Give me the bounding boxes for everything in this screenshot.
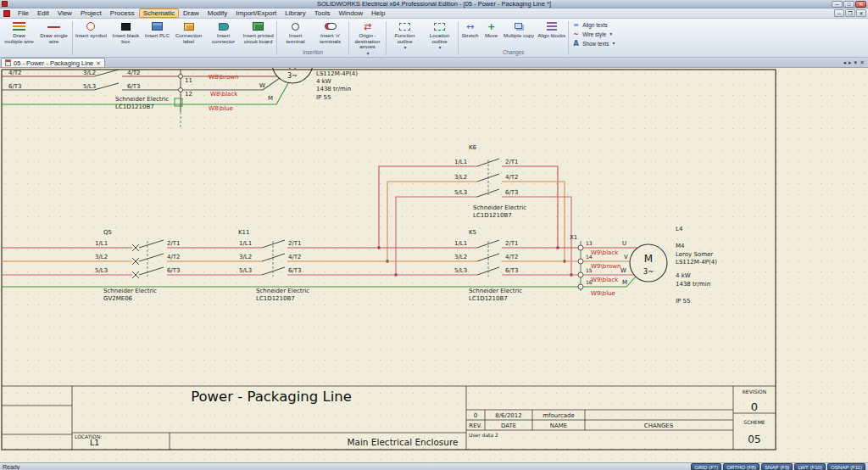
insert-n-terminals-button[interactable]: Insert 'n' terminals bbox=[313, 20, 348, 44]
drawing-area[interactable]: 4/T2 6/T3 3/L2 5/L3 4/T2 6/T3 11 12 W8\b… bbox=[0, 68, 868, 462]
insert-black-box-button[interactable]: Insert black box bbox=[108, 20, 143, 44]
insert-plc-button[interactable]: Insert PLC bbox=[143, 20, 171, 39]
menu-draw[interactable]: Draw bbox=[179, 8, 203, 18]
minimize-icon[interactable] bbox=[832, 1, 843, 8]
revision-value: 0 bbox=[751, 400, 758, 413]
ortho-toggle-button[interactable]: ORTHO (F8) bbox=[723, 463, 760, 470]
tab-scroll-right-icon[interactable] bbox=[849, 59, 852, 66]
insert-terminal-button[interactable]: Insert terminal bbox=[278, 20, 313, 44]
show-texts-button[interactable]: Show texts bbox=[572, 40, 615, 48]
motor-ip: IP 55 bbox=[316, 94, 331, 101]
tab-close-icon[interactable] bbox=[96, 60, 101, 66]
grid-toggle-button[interactable]: GRID (F7) bbox=[691, 463, 721, 470]
multiple-copy-button[interactable]: Multiple copy bbox=[502, 20, 536, 39]
terminal-icon bbox=[292, 23, 299, 31]
pin-label: 2/T1 bbox=[167, 240, 181, 247]
button-label: Origin - destination arrows bbox=[352, 33, 383, 50]
menu-edit[interactable]: Edit bbox=[33, 8, 53, 18]
draw-multiple-wire-button[interactable]: Draw multiple wire bbox=[2, 20, 36, 44]
pin-label: 2/T1 bbox=[505, 240, 519, 247]
location-tag: L4 bbox=[676, 226, 683, 232]
motor-speed: 1438 tr/min bbox=[676, 281, 710, 288]
wire-style-button[interactable]: Wire style bbox=[572, 31, 615, 38]
child-close-icon[interactable] bbox=[856, 9, 866, 17]
k5-contactor[interactable]: K5 1/L1 2/T1 3/L2 4/T2 5/L3 6/T3 Schneid… bbox=[454, 229, 522, 302]
document-tab[interactable]: 05 - Power - Packaging Line bbox=[1, 58, 105, 67]
tab-bar-close-icon[interactable] bbox=[860, 59, 865, 66]
wire-label: W9\black bbox=[591, 249, 619, 256]
menu-view[interactable]: View bbox=[53, 8, 76, 18]
ribbon-separator bbox=[568, 21, 569, 55]
ribbon-group-outlines: Function outline Location outline bbox=[387, 20, 457, 57]
symbol-icon bbox=[86, 22, 95, 31]
child-window-controls bbox=[834, 9, 866, 17]
k6-contactor[interactable]: K6 1/L1 2/T1 3/L2 4/T2 5/L3 6/T3 Schneid… bbox=[377, 144, 573, 277]
wire-label: W9\brown bbox=[591, 263, 620, 270]
child-restore-icon[interactable] bbox=[845, 9, 855, 17]
k11-contactor[interactable]: K11 1/L1 2/T1 3/L2 4/T2 5/L3 6/T3 Schnei… bbox=[238, 229, 309, 302]
draw-single-wire-button[interactable]: Draw single wire bbox=[36, 20, 71, 44]
wire-label: W8\blue bbox=[209, 105, 233, 112]
location-outline-button[interactable]: Location outline bbox=[422, 20, 457, 50]
button-label: Location outline bbox=[424, 33, 455, 44]
tab-scroll-left-icon[interactable] bbox=[843, 59, 847, 66]
close-icon[interactable] bbox=[855, 1, 866, 8]
menu-window[interactable]: Window bbox=[334, 8, 366, 18]
q5-circuit-breaker[interactable]: Q5 1/L1 2/T1 3/L2 4/T2 5/L3 6/T3 Schneid… bbox=[95, 229, 181, 302]
upper-motor-circuit[interactable]: 4/T2 6/T3 3/L2 5/L3 4/T2 6/T3 11 12 W8\b… bbox=[2, 68, 358, 127]
pin-label: 1/L1 bbox=[95, 240, 108, 247]
pin-label: 5/L3 bbox=[454, 267, 467, 274]
motor-phase-label: 3~ bbox=[287, 72, 298, 80]
menu-process[interactable]: Process bbox=[106, 8, 139, 18]
menu-modify[interactable]: Modify bbox=[203, 8, 232, 18]
snap-toggle-button[interactable]: SNAP (F9) bbox=[761, 463, 793, 470]
align-blocks-button[interactable]: Align blocks bbox=[536, 20, 567, 39]
menu-project[interactable]: Project bbox=[76, 8, 106, 18]
button-label: Function outline bbox=[389, 33, 420, 44]
align-texts-button[interactable]: Align texts bbox=[572, 21, 615, 29]
stretch-button[interactable]: Stretch bbox=[459, 20, 481, 39]
menu-tools[interactable]: Tools bbox=[310, 8, 335, 18]
motor-power: 4 kW bbox=[676, 272, 691, 279]
connection-label-button[interactable]: Connection label bbox=[171, 20, 206, 44]
scheme-header: SCHEME bbox=[743, 419, 765, 425]
lwt-toggle-button[interactable]: LWT (F10) bbox=[794, 463, 826, 470]
component-tag: M4 bbox=[676, 243, 685, 249]
status-ready-text: Ready bbox=[3, 464, 19, 470]
menu-library[interactable]: Library bbox=[281, 8, 309, 18]
m4-motor[interactable]: M 3~ U V W M L4 M4 Leroy Somer LS112M-4P… bbox=[620, 226, 717, 305]
menu-import-export[interactable]: Import/Export bbox=[231, 8, 281, 18]
insert-symbol-button[interactable]: Insert symbol bbox=[74, 20, 108, 39]
window-controls bbox=[832, 1, 866, 8]
child-minimize-icon[interactable] bbox=[834, 9, 844, 17]
ribbon-toolbar: Draw multiple wire Draw single wire Inse… bbox=[0, 19, 868, 58]
x1-terminal-strip[interactable]: X1 13 14 15 16 bbox=[570, 234, 593, 291]
menu-schematic[interactable]: Schematic bbox=[139, 8, 179, 18]
function-outline-button[interactable]: Function outline bbox=[387, 20, 422, 50]
button-label: Insert 'n' terminals bbox=[314, 33, 346, 44]
enclosure-title: Main Electrical Enclosure bbox=[347, 437, 458, 447]
terminal-number: 13 bbox=[586, 240, 593, 246]
wire-style-icon bbox=[572, 31, 580, 38]
document-tab-bar: 05 - Power - Packaging Line bbox=[0, 58, 868, 68]
pin-label: 3/L2 bbox=[454, 254, 467, 260]
origin-destination-arrows-button[interactable]: Origin - destination arrows bbox=[350, 20, 385, 56]
black-box-icon bbox=[121, 23, 131, 31]
button-label: Insert printed circuit board bbox=[242, 33, 274, 44]
tab-list-icon[interactable] bbox=[854, 59, 858, 66]
osnap-toggle-button[interactable]: OSNAP (F11) bbox=[827, 463, 865, 470]
insert-pcb-button[interactable]: Insert printed circuit board bbox=[241, 20, 275, 44]
menu-file[interactable]: File bbox=[14, 8, 33, 18]
insert-connector-button[interactable]: Insert connector bbox=[206, 20, 241, 44]
move-button[interactable]: Move bbox=[481, 20, 502, 39]
status-toggles: GRID (F7) ORTHO (F8) SNAP (F9) LWT (F10)… bbox=[691, 463, 865, 470]
menu-help[interactable]: Help bbox=[367, 8, 389, 18]
schematic-canvas[interactable]: 4/T2 6/T3 3/L2 5/L3 4/T2 6/T3 11 12 W8\b… bbox=[0, 68, 868, 462]
maximize-icon[interactable] bbox=[843, 1, 854, 8]
ribbon-group-insert: Insert symbol Insert black box Insert PL… bbox=[74, 20, 275, 57]
drawing-title: Power - Packaging Line bbox=[191, 389, 352, 405]
pin-label: 4/T2 bbox=[167, 254, 181, 260]
multiple-wire-icon bbox=[13, 22, 25, 31]
rev-value: 0 bbox=[474, 412, 477, 419]
title-bar: SOLIDWORKS Electrical x64 Professional E… bbox=[0, 0, 868, 8]
